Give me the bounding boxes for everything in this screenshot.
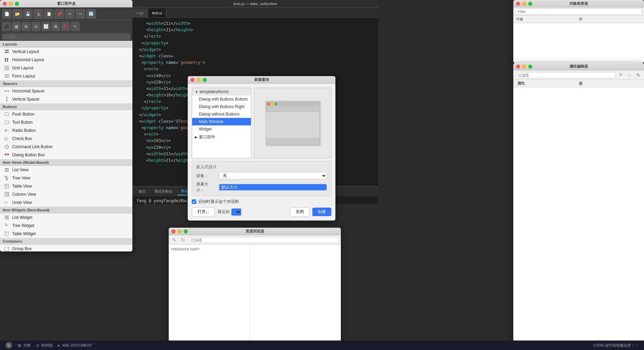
widget-item-cmd-link-btn[interactable]: → Command Link Button <box>0 143 132 151</box>
widget-item-table-widget[interactable]: Table Widget <box>0 230 132 238</box>
widget-item-tree-view[interactable]: Tree View <box>0 174 132 182</box>
copy-btn[interactable]: 📋 <box>44 9 54 19</box>
refresh-btn[interactable]: 🔄 <box>86 9 96 19</box>
dialog-close-traffic[interactable] <box>190 78 195 82</box>
align-left-btn[interactable]: ⬛ <box>2 22 11 31</box>
new-dialog-titlebar: 新建窗体 <box>188 76 335 84</box>
template-category[interactable]: ▼ templates/forms <box>192 88 251 95</box>
align-right-btn[interactable]: ⊞ <box>22 22 31 31</box>
open-file-btn[interactable]: 📂 <box>13 9 22 19</box>
new-file-btn[interactable]: 📄 <box>2 9 12 19</box>
res-close-btn[interactable] <box>171 229 176 233</box>
res-filter-input[interactable] <box>188 237 339 243</box>
distribute-v-btn[interactable]: ⬜ <box>41 22 50 31</box>
create-btn[interactable]: 创建 <box>312 208 331 216</box>
tree-view-icon <box>4 175 10 181</box>
widget-box-panel: 窗口部件盒 📄 📂 💾 ✂️ 📋 📌 ↩ ↪ 🔄 ⬛ ▦ ⊞ ⊟ ⬜ ⊠ 🚫 ↖… <box>0 0 132 251</box>
prop-col-val: 值 <box>579 81 640 86</box>
show-dialog-checkbox[interactable] <box>192 199 196 204</box>
svg-rect-31 <box>5 170 9 170</box>
tab-n-py[interactable]: n.py <box>132 8 148 17</box>
template-item-main-window[interactable]: Main Window <box>192 118 251 125</box>
widget-item-dialog-btn-box[interactable]: Dialog Button Box <box>0 151 132 159</box>
prop-remove-btn[interactable]: - <box>626 71 633 79</box>
widget-filter-input[interactable] <box>2 34 130 40</box>
res-edit-btn[interactable]: ✎ <box>171 237 178 243</box>
widget-item-v-spacer[interactable]: Vertical Spacer <box>0 95 132 103</box>
template-item-dialog-bottom[interactable]: Dialog with Buttons Bottom <box>192 95 251 103</box>
save-btn[interactable]: 💾 <box>23 9 33 19</box>
prop-editor-titlebar: 属性编辑器 <box>513 63 644 70</box>
dialog-min-traffic[interactable] <box>197 78 201 82</box>
undo-btn[interactable]: ↩ <box>65 9 75 19</box>
widget-item-column-view[interactable]: Column View <box>0 190 132 198</box>
term-tab-output[interactable]: 输出 <box>135 188 149 195</box>
screen-select[interactable]: 默认大小 <box>219 184 327 191</box>
status-avatar[interactable]: U <box>5 342 12 349</box>
code-line-3: </rect> <box>136 33 374 40</box>
res-min-btn[interactable] <box>178 229 182 233</box>
close-btn[interactable] <box>3 2 7 6</box>
widget-item-table-view[interactable]: Table View <box>0 182 132 190</box>
widget-item-horizontal-layout[interactable]: Horizontal Layout <box>0 56 132 64</box>
template-item-dialog-no-btn[interactable]: Dialog without Buttons <box>192 110 251 118</box>
obj-filter-input[interactable] <box>515 8 642 15</box>
widget-item-form-layout[interactable]: Form Layout <box>0 72 132 80</box>
template-item-widget[interactable]: Widget <box>192 125 251 133</box>
paste-btn[interactable]: 📌 <box>55 9 64 19</box>
tab-test-ui[interactable]: test.ui <box>148 8 166 17</box>
align-top-btn[interactable]: ⊠ <box>51 22 60 31</box>
widget-item-undo-view[interactable]: ↩ Undo View <box>0 198 132 207</box>
widget-item-grid-layout[interactable]: Grid Layout <box>0 64 132 72</box>
dialog-max-traffic[interactable] <box>203 78 207 82</box>
widget-item-h-spacer[interactable]: Horizontal Spacer <box>0 87 132 95</box>
prop-min-btn[interactable] <box>522 65 526 69</box>
res-max-btn[interactable] <box>184 229 188 233</box>
res-refresh-btn[interactable]: ↻ <box>180 237 186 243</box>
svg-rect-34 <box>6 177 8 178</box>
recent-dropdown[interactable] <box>231 208 241 216</box>
prop-add-btn[interactable]: + <box>617 71 624 79</box>
dialog-checkbox-row: 启动时显示这个对话框 <box>192 199 331 205</box>
svg-rect-29 <box>7 154 9 155</box>
widget-item-radio-btn[interactable]: Radio Button <box>0 126 132 135</box>
widget-item-push-btn[interactable]: Push Button <box>0 110 132 118</box>
widget-item-check-box[interactable]: ✓ Check Box <box>0 135 132 143</box>
obj-max-btn[interactable] <box>528 2 532 6</box>
align-center-btn[interactable]: ▦ <box>12 22 21 31</box>
template-category-label: templates/forms <box>200 89 228 94</box>
minimize-btn[interactable] <box>9 2 13 6</box>
device-select[interactable]: 无 <box>219 172 327 179</box>
obj-close-btn[interactable] <box>516 2 520 6</box>
cut-btn[interactable]: ✂️ <box>34 9 43 19</box>
redo-btn[interactable]: ↪ <box>76 9 85 19</box>
widget-item-list-widget[interactable]: List Widget <box>0 213 132 222</box>
widget-item-group-box[interactable]: — Group Box <box>0 245 132 251</box>
maximize-btn[interactable] <box>15 2 19 6</box>
prop-max-btn[interactable] <box>528 65 532 69</box>
widget-category[interactable]: ▶ 窗口部件 <box>192 133 251 141</box>
widget-item-tree-widget[interactable]: Tree Widget <box>0 222 132 230</box>
preview-menubar <box>266 107 319 112</box>
term-tab-debug[interactable]: 调试控制台 <box>151 188 176 195</box>
widget-item-vertical-layout[interactable]: Vertical Layout <box>0 48 132 56</box>
widget-item-list-view[interactable]: List View <box>0 166 132 174</box>
distribute-h-btn[interactable]: ⊟ <box>32 22 40 31</box>
align-bottom-btn[interactable]: 🚫 <box>61 22 70 31</box>
status-item-timeline[interactable]: ◷ 时间线 <box>36 343 53 348</box>
widget-item-tool-btn[interactable]: Tool Button <box>0 118 132 126</box>
close-btn[interactable]: 关闭 <box>290 207 310 216</box>
prop-filter-input[interactable] <box>515 72 615 78</box>
status-item-xml[interactable]: ▸ XML DOCUMENT <box>58 343 92 348</box>
grid-layout-icon <box>4 65 10 71</box>
template-item-dialog-right[interactable]: Dialog with Buttons Right <box>192 103 251 110</box>
undo-view-icon: ↩ <box>4 200 10 205</box>
svg-rect-41 <box>8 192 9 196</box>
status-item-outline[interactable]: ▤ 大纲 <box>18 343 31 348</box>
prop-edit-btn[interactable]: ✎ <box>634 71 642 79</box>
open-btn[interactable]: 打开... <box>192 207 215 216</box>
prop-close-btn[interactable] <box>516 65 520 69</box>
obj-table-body <box>513 23 644 62</box>
obj-min-btn[interactable] <box>522 2 526 6</box>
pointer-btn[interactable]: ↖ <box>71 22 80 31</box>
